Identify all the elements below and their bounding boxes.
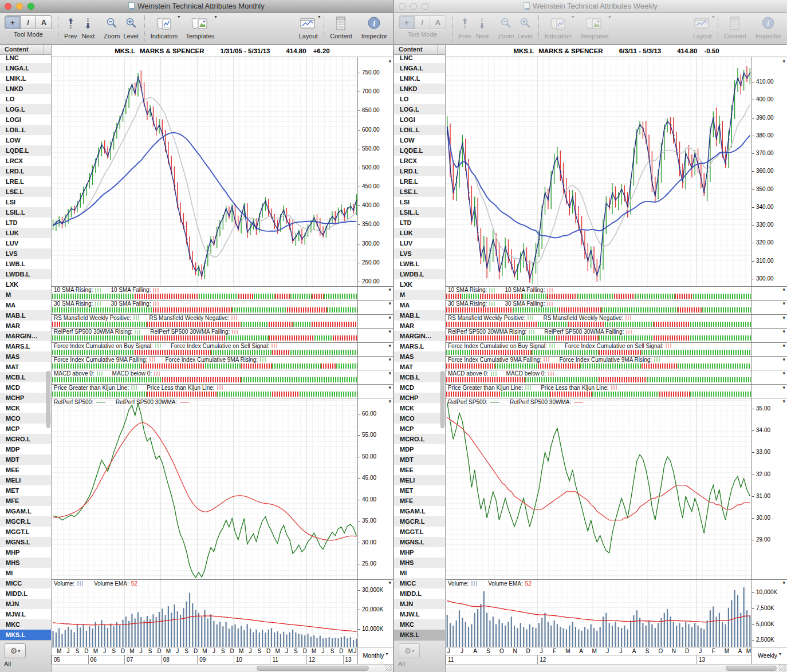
- sidebar-item-MA[interactable]: MA: [394, 300, 445, 310]
- panel-menu-arrow[interactable]: ▾: [782, 343, 785, 349]
- panel-menu-arrow[interactable]: ▾: [782, 580, 785, 586]
- sidebar-item-MCHP[interactable]: MCHP: [0, 393, 51, 403]
- sidebar-item-MAR[interactable]: MAR: [0, 321, 51, 331]
- sidebar-item-MCD[interactable]: MCD: [0, 382, 51, 393]
- sidebar-item-LTD[interactable]: LTD: [394, 218, 445, 228]
- sidebar-item-LNC[interactable]: LNC: [0, 55, 51, 63]
- sidebar-item-MJN[interactable]: MJN: [394, 599, 445, 609]
- indicators-icon[interactable]: ▾: [549, 15, 568, 31]
- close-button[interactable]: [399, 3, 406, 10]
- sidebar-item-M[interactable]: M: [394, 290, 445, 300]
- sidebar-item-LUV[interactable]: LUV: [394, 238, 445, 248]
- sidebar-item-MDP[interactable]: MDP: [394, 444, 445, 454]
- panel-menu-arrow[interactable]: ▾: [782, 301, 785, 306]
- sidebar-item-MHS[interactable]: MHS: [394, 558, 445, 568]
- sidebar-item-MCK[interactable]: MCK: [394, 403, 445, 413]
- inspector-icon[interactable]: i: [761, 15, 775, 31]
- sidebar-scrollbar[interactable]: [46, 371, 50, 428]
- panel-menu-arrow[interactable]: ▾: [388, 343, 391, 349]
- scrollbar-thumb[interactable]: [257, 666, 369, 671]
- sidebar-item-LNGA.L[interactable]: LNGA.L: [0, 63, 51, 73]
- sidebar-item-LOG.L[interactable]: LOG.L: [394, 104, 445, 114]
- sidebar-item-LO[interactable]: LO: [394, 94, 445, 104]
- panel-menu-arrow[interactable]: ▾: [388, 59, 391, 64]
- sidebar-item-MCB.L[interactable]: MCB.L: [0, 372, 51, 382]
- horizontal-scrollbar[interactable]: [52, 664, 393, 672]
- next-button[interactable]: [478, 15, 486, 31]
- panel-menu-arrow[interactable]: ▾: [782, 399, 785, 404]
- sidebar-item-LNC[interactable]: LNC: [394, 55, 445, 63]
- tool-text-button[interactable]: A: [36, 16, 52, 29]
- tool-pointer-button[interactable]: +: [5, 16, 21, 29]
- sidebar-item-LVS[interactable]: LVS: [0, 248, 51, 259]
- sidebar-item-LOW[interactable]: LOW: [394, 135, 445, 145]
- sidebar-item-MI[interactable]: MI: [394, 568, 445, 578]
- sidebar-item-MKS.L[interactable]: MKS.L: [0, 630, 51, 640]
- inspector-icon[interactable]: i: [367, 15, 381, 31]
- sidebar-item-MDT[interactable]: MDT: [394, 454, 445, 465]
- sidebar-item-MAS[interactable]: MAS: [0, 351, 51, 362]
- tool-pointer-button[interactable]: +: [399, 16, 415, 29]
- sidebar-item-MKS.L[interactable]: MKS.L: [394, 630, 445, 640]
- sidebar-item-LRE.L[interactable]: LRE.L: [394, 176, 445, 187]
- sidebar-item-MAT[interactable]: MAT: [0, 362, 51, 372]
- titlebar[interactable]: Weinstein Technical Attributes Weekly: [394, 0, 787, 13]
- tool-trendline-button[interactable]: /: [21, 16, 36, 29]
- sidebar-item-MFE[interactable]: MFE: [394, 496, 445, 506]
- sidebar-item-MAS[interactable]: MAS: [394, 351, 445, 362]
- sidebar-item-MIDD.L[interactable]: MIDD.L: [0, 588, 51, 599]
- panel-menu-arrow[interactable]: ▾: [782, 385, 785, 390]
- sidebar-item-MHP[interactable]: MHP: [394, 547, 445, 558]
- panel-menu-arrow[interactable]: ▾: [388, 329, 391, 334]
- sidebar-item-MAT[interactable]: MAT: [394, 362, 445, 372]
- sidebar-item-LWDB.L[interactable]: LWDB.L: [394, 269, 445, 279]
- sidebar-item-MELI[interactable]: MELI: [394, 475, 445, 485]
- sidebar-item-MDT[interactable]: MDT: [0, 454, 51, 465]
- sidebar-item-LNGA.L[interactable]: LNGA.L: [394, 63, 445, 73]
- layout-icon[interactable]: ▾: [298, 15, 318, 31]
- sidebar-item-MGCR.L[interactable]: MGCR.L: [394, 516, 445, 527]
- sidebar-item-LVS[interactable]: LVS: [394, 248, 445, 259]
- sidebar-item-MARS.L[interactable]: MARS.L: [0, 341, 51, 351]
- panel-menu-arrow[interactable]: ▾: [782, 357, 785, 362]
- sidebar-item-LOIL.L[interactable]: LOIL.L: [394, 125, 445, 135]
- sidebar-item-LTD[interactable]: LTD: [0, 218, 51, 228]
- sidebar-item-MARGIN…[interactable]: MARGIN…: [394, 331, 445, 341]
- sidebar-item-MCRO.L[interactable]: MCRO.L: [394, 434, 445, 444]
- sidebar-item-LSI[interactable]: LSI: [394, 197, 445, 207]
- sidebar-item-MGNS.L[interactable]: MGNS.L: [0, 537, 51, 547]
- sidebar-item-LQDE.L[interactable]: LQDE.L: [0, 145, 51, 156]
- periodicity-dropdown[interactable]: Monthly▾: [357, 647, 393, 664]
- sidebar-item-MCO[interactable]: MCO: [394, 413, 445, 424]
- panel-menu-arrow[interactable]: ▾: [782, 287, 785, 292]
- sidebar-item-LRCX[interactable]: LRCX: [394, 156, 445, 166]
- sidebar-item-LOGI[interactable]: LOGI: [394, 114, 445, 125]
- price-chart[interactable]: [52, 57, 358, 286]
- sidebar-item-MGGT.L[interactable]: MGGT.L: [0, 527, 51, 537]
- templates-icon[interactable]: ▾: [584, 15, 604, 31]
- sidebar-item-LUV[interactable]: LUV: [0, 238, 51, 248]
- sidebar-item-MFE[interactable]: MFE: [0, 496, 51, 506]
- sidebar-item-MDP[interactable]: MDP: [0, 444, 51, 454]
- tool-trendline-button[interactable]: /: [415, 16, 430, 29]
- sidebar-item-MAR[interactable]: MAR: [394, 321, 445, 331]
- resize-grip[interactable]: [779, 664, 786, 671]
- next-button[interactable]: [84, 15, 92, 31]
- sidebar-item-MCP[interactable]: MCP: [0, 424, 51, 434]
- volume-chart[interactable]: [52, 579, 358, 647]
- sidebar-item-MELI[interactable]: MELI: [0, 475, 51, 485]
- zoom-button[interactable]: [422, 3, 428, 10]
- sidebar-item-LXK[interactable]: LXK: [394, 279, 445, 290]
- relperf-chart[interactable]: [446, 398, 751, 579]
- sidebar-item-MARS.L[interactable]: MARS.L: [394, 341, 445, 351]
- panel-menu-arrow[interactable]: ▾: [782, 371, 785, 376]
- sidebar-item-LUK[interactable]: LUK: [0, 228, 51, 238]
- sidebar-item-MCRO.L[interactable]: MCRO.L: [0, 434, 51, 444]
- sidebar-item-MIDD.L[interactable]: MIDD.L: [394, 588, 445, 599]
- zoom-out-icon[interactable]: [105, 15, 118, 31]
- sidebar-item-LSE.L[interactable]: LSE.L: [0, 187, 51, 197]
- sidebar-item-LSIL.L[interactable]: LSIL.L: [0, 207, 51, 218]
- action-menu-button[interactable]: ⚙▾: [399, 643, 420, 658]
- sidebar-item-LRD.L[interactable]: LRD.L: [394, 166, 445, 176]
- sidebar-scrollbar[interactable]: [440, 371, 444, 428]
